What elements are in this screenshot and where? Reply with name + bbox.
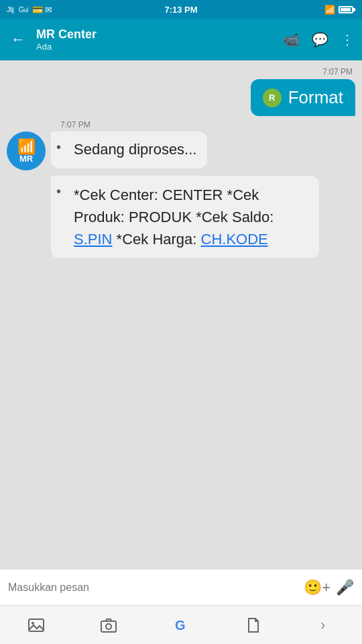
svg-point-1 — [32, 622, 34, 625]
received-message-2: *Cek Center: CENTER *Cek Produk: PRODUK … — [51, 176, 355, 258]
back-button[interactable]: ← — [8, 28, 28, 51]
app-bar-actions: 📹 💬 ⋮ — [283, 32, 354, 48]
chat-name: MR Center — [36, 28, 275, 42]
input-area: 🙂+ 🎤 — [0, 569, 362, 605]
chkode-link[interactable]: CH.KODE — [201, 231, 268, 248]
wifi-avatar-icon: 📶 — [17, 140, 36, 154]
recv-text-2: *Cek Center: CENTER *Cek Produk: PRODUK … — [62, 184, 308, 250]
status-right-icons: 📶 — [324, 5, 355, 15]
video-call-icon[interactable]: 📹 — [283, 32, 300, 48]
chat-icon[interactable]: 💬 — [312, 32, 328, 48]
recv-text-1: Sedang diproses... — [62, 141, 196, 158]
cek-harga-text: *Cek Harga: — [112, 231, 200, 248]
file-button[interactable] — [239, 610, 268, 640]
svg-rect-0 — [29, 619, 44, 631]
status-bar: Jl|| Gul 💳 ✉ 7:13 PM 📶 — [0, 0, 362, 19]
carrier2-signal: Gul — [19, 5, 28, 13]
sent-avatar: R — [263, 89, 282, 107]
microphone-icon[interactable]: 🎤 — [336, 579, 354, 596]
google-button[interactable]: G — [166, 610, 196, 640]
status-time: 7:13 PM — [164, 5, 197, 15]
chat-area: 7:07 PM R Format 7:07 PM 📶 MR Sedang dip… — [0, 60, 362, 569]
svg-text:›: › — [320, 616, 325, 633]
recv-msg-time-1: 7:07 PM — [60, 120, 353, 129]
battery-indicator — [339, 6, 355, 13]
message-input[interactable] — [8, 582, 298, 594]
chat-status: Ada — [36, 42, 275, 52]
more-options-icon[interactable]: ⋮ — [341, 32, 354, 48]
sent-message: R Format — [7, 79, 355, 116]
recv-bubble-2: *Cek Center: CENTER *Cek Produk: PRODUK … — [51, 176, 319, 258]
signal-indicators: Jl|| Gul 💳 ✉ — [7, 5, 52, 15]
sent-bubble: R Format — [251, 79, 355, 116]
svg-rect-2 — [101, 621, 116, 632]
app-bar: ← MR Center Ada 📹 💬 ⋮ — [0, 19, 362, 60]
avatar-label: MR — [19, 154, 33, 163]
recv-bubble-1: Sedang diproses... — [51, 131, 207, 168]
received-message-1: 📶 MR Sedang diproses... — [7, 131, 355, 170]
sim-icon: 💳 — [32, 5, 43, 15]
emoji-icon[interactable]: 🙂+ — [304, 579, 330, 596]
camera-button[interactable] — [94, 610, 123, 640]
wifi-icon: 📶 — [324, 5, 335, 15]
image-button[interactable] — [21, 610, 51, 640]
more-toolbar-button[interactable]: › — [311, 610, 341, 640]
mr-center-avatar: 📶 MR — [7, 131, 46, 170]
svg-text:G: G — [175, 618, 186, 633]
carrier1-signal: Jl|| — [7, 5, 14, 13]
sent-msg-time: 7:07 PM — [7, 67, 353, 76]
cek-center-text: *Cek Center: CENTER *Cek Produk: PRODUK … — [74, 186, 274, 225]
svg-point-3 — [106, 624, 111, 629]
sent-text: Format — [288, 87, 343, 108]
spin-link[interactable]: S.PIN — [74, 231, 112, 248]
bottom-toolbar: G › — [0, 605, 362, 644]
message-icon: ✉ — [45, 5, 52, 15]
chat-title-group: MR Center Ada — [36, 28, 275, 52]
